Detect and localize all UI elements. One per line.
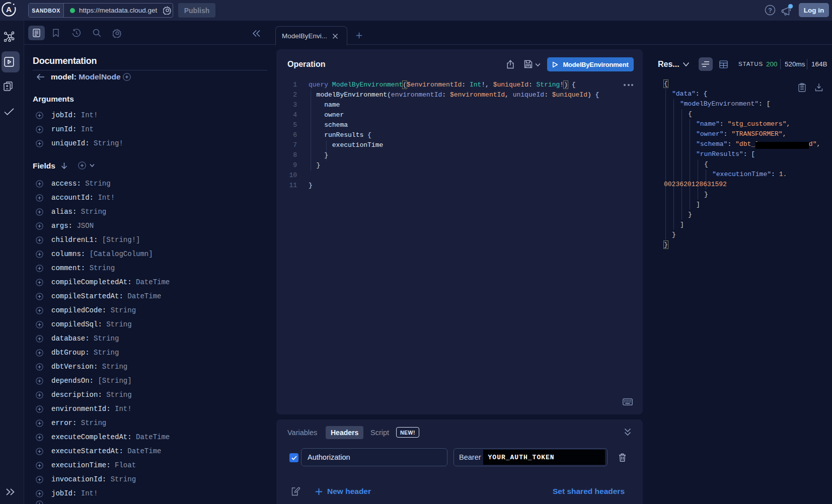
svg-text:A: A: [6, 5, 12, 14]
svg-text:?: ?: [768, 7, 772, 14]
